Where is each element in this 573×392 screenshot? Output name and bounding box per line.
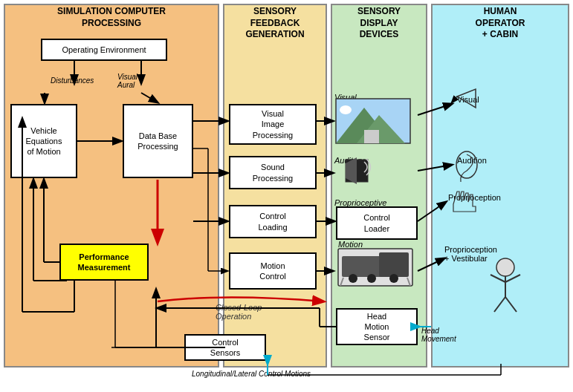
visual-sdd-label: Visual xyxy=(334,93,357,102)
control-loader-box: ControlLoader xyxy=(336,206,418,240)
operating-env-box: Operating Environment xyxy=(41,39,167,61)
head-motion-box: HeadMotionSensor xyxy=(336,308,418,345)
visual-hoc-label: Visual xyxy=(457,95,479,104)
sound-box: SoundProcessing xyxy=(229,156,317,189)
auditory-sdd-label: Auditory xyxy=(334,156,364,165)
visual-aural-label: VisualAural xyxy=(117,73,137,89)
sdd-header: SENSORYDISPLAYDEVICES xyxy=(332,6,426,41)
proprioception-vestibular-label: Proprioception+ Vestibular xyxy=(444,245,497,263)
col-hoc-bg xyxy=(431,4,569,368)
sim-header: SIMULATION COMPUTERPROCESSING xyxy=(7,6,216,29)
hoc-header: HUMANOPERATOR+ CABIN xyxy=(433,6,568,41)
head-movement-label: HeadMovement xyxy=(421,327,456,343)
visual-image-box: VisualImageProcessing xyxy=(229,104,317,145)
motion-control-box: MotionControl xyxy=(229,252,317,290)
longitudinal-lateral-label: Longitudinal/Lateral Control Motions xyxy=(192,370,311,378)
proprioception-hoc-label: Proprioception xyxy=(448,193,501,202)
closed-loop-label: Closed-LoopOperation xyxy=(216,303,262,321)
disturbances-label: Disturbances xyxy=(51,76,94,85)
performance-box: PerformanceMeasurement xyxy=(59,244,149,281)
diagram: SIMULATION COMPUTERPROCESSING SENSORYFEE… xyxy=(0,0,573,392)
database-box: Data BaseProcessing xyxy=(123,104,193,178)
sfg-header: SENSORYFEEDBACKGENERATION xyxy=(224,6,326,41)
control-loading-box: ControlLoading xyxy=(229,205,317,238)
motion-sdd-label: Motion xyxy=(338,240,363,249)
audition-hoc-label: Audition xyxy=(457,156,487,165)
vehicle-eq-box: VehicleEquationsof Motion xyxy=(10,104,77,178)
control-sensors-box: ControlSensors xyxy=(184,334,266,361)
